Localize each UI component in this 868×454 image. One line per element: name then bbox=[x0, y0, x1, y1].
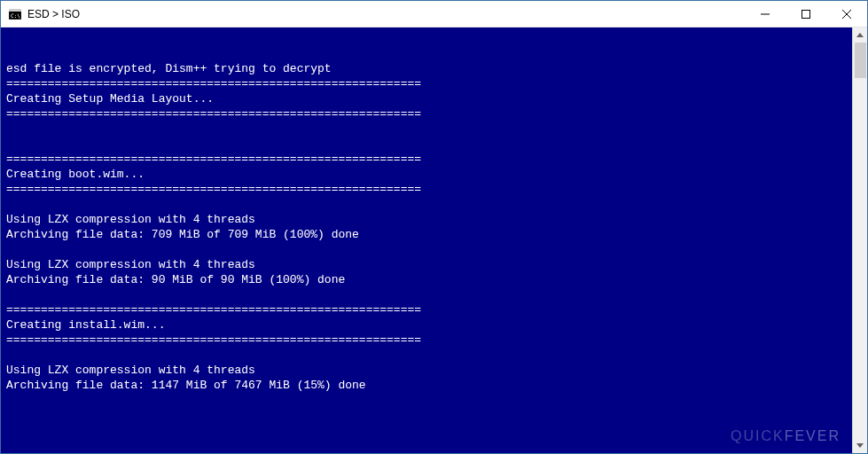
scroll-up-button[interactable] bbox=[853, 27, 867, 43]
console-line: ========================================… bbox=[6, 333, 852, 348]
svg-rect-1 bbox=[9, 9, 21, 12]
scroll-thumb[interactable] bbox=[855, 43, 866, 78]
minimize-button[interactable] bbox=[745, 1, 786, 27]
window-titlebar: C:\ ESD > ISO bbox=[1, 1, 867, 27]
svg-text:C:\: C:\ bbox=[11, 12, 20, 19]
console-line: ========================================… bbox=[6, 152, 852, 167]
console-line bbox=[6, 348, 852, 363]
console-line: Creating install.wim... bbox=[6, 317, 852, 333]
console-line bbox=[6, 121, 852, 137]
console-output: esd file is encrypted, Dism++ trying to … bbox=[1, 27, 852, 453]
console-line: Creating boot.wim... bbox=[6, 167, 852, 182]
svg-marker-8 bbox=[856, 443, 864, 448]
console-line bbox=[6, 242, 852, 257]
vertical-scrollbar[interactable] bbox=[852, 27, 867, 453]
console-line: Using LZX compression with 4 threads bbox=[6, 257, 852, 272]
console-line: Archiving file data: 90 MiB of 90 MiB (1… bbox=[6, 272, 852, 287]
console-line bbox=[6, 197, 852, 212]
console-line bbox=[6, 31, 852, 46]
console-line bbox=[6, 137, 852, 152]
console-line: ========================================… bbox=[6, 76, 852, 91]
window-icon: C:\ bbox=[8, 7, 22, 21]
svg-marker-7 bbox=[856, 33, 864, 37]
console-line: Creating Setup Media Layout... bbox=[6, 91, 852, 106]
window-title: ESD > ISO bbox=[27, 8, 80, 20]
maximize-button[interactable] bbox=[786, 1, 826, 27]
console-line: ========================================… bbox=[6, 182, 852, 197]
svg-rect-4 bbox=[802, 10, 810, 18]
console-line: esd file is encrypted, Dism++ trying to … bbox=[6, 61, 852, 76]
scroll-down-button[interactable] bbox=[853, 438, 867, 453]
console-line: Using LZX compression with 4 threads bbox=[6, 363, 852, 378]
close-button[interactable] bbox=[826, 1, 867, 27]
console-line bbox=[6, 287, 852, 302]
console-line bbox=[6, 46, 852, 61]
console-line: Archiving file data: 709 MiB of 709 MiB … bbox=[6, 227, 852, 242]
console-line: Archiving file data: 1147 MiB of 7467 Mi… bbox=[6, 378, 852, 393]
console-line: Using LZX compression with 4 threads bbox=[6, 212, 852, 227]
console-line: ========================================… bbox=[6, 302, 852, 317]
console-line: ========================================… bbox=[6, 106, 852, 121]
